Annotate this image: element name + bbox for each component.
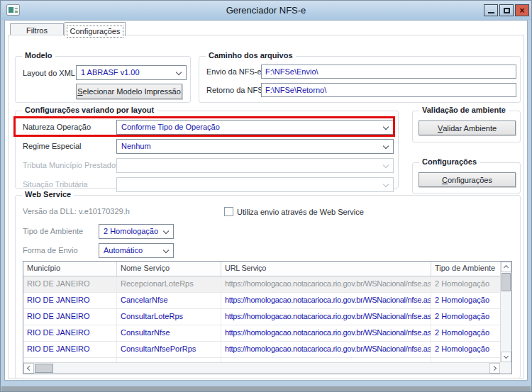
group-modelo: Modelo Layout do XML 1 ABRASF v1.00 Sele… [15,56,191,103]
services-table-header: Município Nome Serviço URL Serviço Tipo … [23,262,500,276]
chevron-down-icon [383,162,389,168]
window-frame-bottom [1,386,531,391]
window-title: Gerenciador NFS-e [1,5,531,16]
maximize-icon [504,8,510,13]
scroll-up-button[interactable] [501,262,511,272]
scroll-right-button[interactable] [489,363,500,374]
chevron-down-icon [176,69,182,75]
group-caminho-legend: Caminho dos arquivos [206,51,296,60]
tab-filtros[interactable]: Filtros [10,23,64,35]
column-header-municipio[interactable]: Município [23,262,117,276]
chevron-down-icon [383,143,389,149]
group-config-layout-legend: Configurações variando por layout [22,106,157,114]
regime-especial-combobox[interactable]: Nenhum [116,139,394,154]
titlebar[interactable]: Gerenciador NFS-e × [1,1,531,20]
retorno-nfse-label: Retorno da NFS-e [206,86,270,94]
group-configuracoes: Configurações Configurações [412,162,521,194]
chevron-left-icon [27,366,32,371]
group-webservice-legend: Web Service [22,190,74,198]
table-row[interactable]: RIO DE JANEIRO ConsultarLoteRps https://… [23,309,500,325]
chevron-down-icon [383,124,389,130]
tab-configuracoes[interactable]: Configurações [65,22,126,36]
selecionar-modelo-impressao-button[interactable]: Selecionar Modelo Impressão [76,84,182,99]
group-modelo-legend: Modelo [22,51,55,60]
regime-especial-label: Regime Especial [23,142,82,150]
column-header-nome-servico[interactable]: Nome Serviço [117,262,221,276]
table-row[interactable]: RIO DE JANEIRO ConsultarNfse https://hom… [23,325,500,342]
chevron-down-icon [383,181,389,187]
chevron-down-icon [163,247,169,253]
vertical-scrollbar[interactable] [500,262,511,362]
group-caminho-arquivos: Caminho dos arquivos Envio da NFS-e F:\N… [199,56,521,103]
horizontal-scrollbar[interactable] [23,362,500,374]
window-controls: × [484,4,529,16]
column-header-url-servico[interactable]: URL Serviço [221,262,431,276]
natureza-operacao-label: Natureza Operação [23,123,91,131]
layout-xml-combobox[interactable]: 1 ABRASF v1.00 [76,65,187,80]
situacao-tributaria-combobox [116,177,394,192]
minimize-icon [488,11,494,13]
horizontal-scrollbar-thumb[interactable] [35,364,53,373]
retorno-nfse-input[interactable]: F:\NFSe\Retorno\ [261,83,516,97]
chevron-up-icon [504,265,509,270]
tributa-municipio-combobox [116,158,394,173]
envio-nfse-label: Envio da NFS-e [206,67,262,76]
minimize-button[interactable] [484,4,498,16]
table-row[interactable]: RIO DE JANEIRO ConsultarNfsePorRps https… [23,342,500,358]
chevron-right-icon [492,366,497,371]
natureza-operacao-combobox[interactable]: Conforme Tipo de Operação [116,120,394,135]
scroll-down-button[interactable] [501,352,511,362]
tipo-ambiente-combobox[interactable]: 2 Homologação [99,224,174,239]
group-configuracoes-legend: Configurações [419,157,480,166]
services-table: Município Nome Serviço URL Serviço Tipo … [23,261,512,374]
group-web-service: Web Service Versão da DLL: v.e10170329.h… [15,195,521,379]
envio-nfse-input[interactable]: F:\NFSe\Envio\ [261,65,516,79]
situacao-tributaria-label: Situação Tributária [23,180,88,189]
utiliza-webservice-checkbox[interactable] [224,207,233,216]
utiliza-webservice-label: Utiliza envio através de Web Service [237,208,364,216]
chevron-down-icon [504,354,509,359]
vertical-scrollbar-thumb[interactable] [501,273,511,291]
maximize-button[interactable] [499,4,514,16]
app-window: Gerenciador NFS-e × Filtros Configuraçõe… [0,0,532,392]
close-icon: × [519,6,524,15]
scrollbar-corner [500,362,511,374]
close-button[interactable]: × [515,4,529,16]
dialog-body: Filtros Configurações Modelo Layout do X… [4,20,528,381]
layout-xml-label: Layout do XML [23,69,75,77]
group-validacao-legend: Validação de ambiente [419,106,509,114]
column-header-tipo-ambiente[interactable]: Tipo de Ambiente [431,262,500,276]
group-validacao-ambiente: Validação de ambiente Validar Ambiente [412,111,521,142]
table-row[interactable]: RIO DE JANEIRO CancelarNfse https://homo… [23,293,500,309]
tipo-ambiente-label: Tipo de Ambiente [23,227,83,235]
dll-version-text: Versão da DLL: v.e10170329.h [23,207,130,215]
forma-envio-label: Forma de Envio [23,246,78,254]
chevron-down-icon [163,228,169,234]
scroll-left-button[interactable] [23,363,34,374]
group-config-layout: Configurações variando por layout Nature… [15,111,399,189]
table-row[interactable]: RIO DE JANEIRO RecepcionarLoteRps https:… [23,276,500,293]
tab-page-configuracoes: Modelo Layout do XML 1 ABRASF v1.00 Sele… [8,35,524,379]
configuracoes-button[interactable]: Configurações [419,172,516,187]
tributa-municipio-label: Tributa Município Prestador [23,161,118,169]
forma-envio-combobox[interactable]: Automático [99,243,174,258]
validar-ambiente-button[interactable]: Validar Ambiente [419,121,516,135]
